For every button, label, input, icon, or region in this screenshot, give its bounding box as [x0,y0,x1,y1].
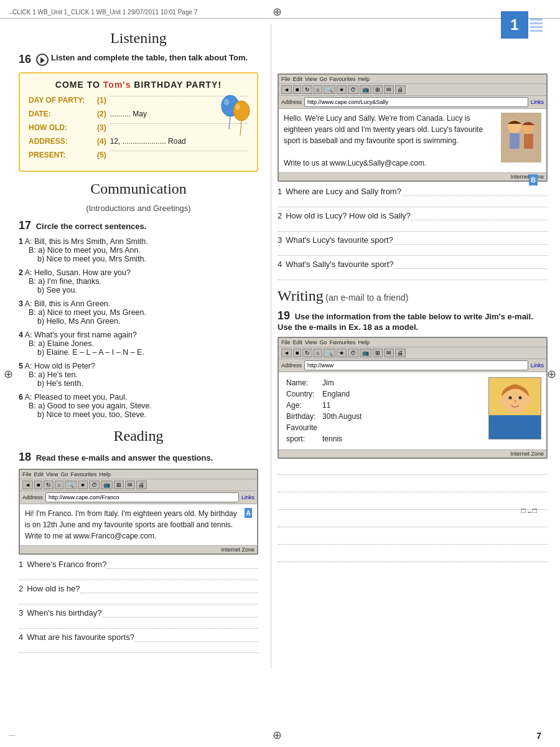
browser-franco: File Edit View Go Favourites Help ◄ ■ ↻ … [19,469,258,555]
dialogue-5-a: 5 A: How old is Peter? [19,362,258,370]
jim-sport-row: sport: tennis [284,433,364,444]
ls-stop-btn[interactable]: ■ [293,85,301,94]
svg-point-18 [527,397,531,403]
browser-fav-btn[interactable]: ★ [78,481,88,489]
jim-chan-btn[interactable]: 📺 [360,349,371,357]
jim-menu-fav: Favourites [329,339,355,345]
ls-chan-btn[interactable]: 📺 [360,85,371,94]
ls-refresh-btn[interactable]: ↻ [302,85,312,94]
browser-home-btn[interactable]: ⌂ [55,481,63,489]
jim-print-btn[interactable]: 🖨 [395,349,406,357]
birthday-value-2: .......... May [110,110,147,118]
dialogue-2-a: 2 A: Hello, Susan. How are you? [19,268,258,277]
jim-full-btn[interactable]: ⊞ [373,349,383,357]
jim-fav-btn[interactable]: ★ [337,349,347,357]
dialogue-3-b1: B: a) Nice to meet you, Ms Green. [19,308,258,317]
svg-rect-12 [489,415,541,439]
browser-hist-btn[interactable]: ⏱ [89,481,100,489]
franco-q1: 1 Where's Franco from? [19,560,258,569]
page-number: 7 [536,731,541,741]
right-column: File Edit View Go Favourites Help ◄ ■ ↻ … [271,24,560,668]
ls-hist-btn[interactable]: ⏱ [348,85,358,94]
write-line-5 [278,535,548,545]
jim-back-btn[interactable]: ◄ [281,349,292,357]
ls-q4-text: What's Sally's favourite sport? [286,260,393,269]
dialogue-1-b2: b) Nice to meet you, Mrs Smith. [19,255,258,263]
dialogue-4-b2: b) Elaine. E – L – A – I – N – E. [19,348,258,357]
writing-title: Writing [278,288,324,304]
ls-menu-help: Help [358,76,370,82]
exercise-17-instruction: Circle the correct sentences. [36,222,147,231]
jim-refresh-btn[interactable]: ↻ [302,349,312,357]
browser-ls-url[interactable] [304,97,528,107]
dialogue-2-b1: B: a) I'm fine, thanks. [19,277,258,286]
writing-header: Writing (an e-mail to a friend) [278,288,548,304]
ls-print-btn[interactable]: 🖨 [395,85,406,94]
jim-age-row: Age: 11 [284,400,364,411]
jim-mail-btn[interactable]: ✉ [384,349,394,357]
browser-jim-url[interactable] [304,360,528,370]
birthday-box: COME TO Tom's BIRTHDAY PARTY! [19,72,258,172]
dialogue-3-b2: b) Hello, Ms Ann Green. [19,317,258,326]
jim-photo [488,377,541,439]
browser-chan-btn[interactable]: 📺 [101,481,113,489]
jim-birthday-row: Birthday: 30th August [284,411,364,422]
ls-menu-fav: Favourites [329,76,355,82]
ls-q1-line [401,187,548,196]
franco-q3: 3 When's his birthday? [19,608,258,618]
corner-bl: — [9,731,16,738]
browser-lucy-sally: File Edit View Go Favourites Help ◄ ■ ↻ … [278,73,548,182]
jim-country-row: Country: England [284,388,364,400]
browser-full-btn[interactable]: ⊞ [114,481,124,489]
listen-icon [36,54,49,66]
svg-point-3 [233,101,250,121]
jim-stop-btn[interactable]: ■ [293,349,301,357]
browser-back-btn[interactable]: ◄ [22,481,33,489]
ls-search-btn[interactable]: 🔍 [324,85,335,94]
ls-back-btn[interactable]: ◄ [281,85,292,94]
jim-home-btn[interactable]: ⌂ [314,349,322,357]
left-column: Listening 16 Listen and complete the tab… [0,24,271,668]
browser-franco-url[interactable] [45,492,239,502]
birthday-title-pre: COME TO [55,80,103,90]
browser-refresh-btn[interactable]: ↻ [44,481,54,489]
ls-full-btn[interactable]: ⊞ [373,85,383,94]
browser-print-btn[interactable]: 🖨 [136,481,147,489]
browser-menu-edit: Edit [34,471,44,477]
write-line-6 [278,552,548,562]
ls-q4: 4 What's Sally's favourite sport? [278,260,548,269]
ls-mail-btn[interactable]: ✉ [384,85,394,94]
browser-franco-content: Hi! I'm Franco. I'm from Italy. I'm eigh… [20,504,257,545]
jim-sport-val: tennis [320,433,364,444]
browser-franco-buttons: ◄ ■ ↻ ⌂ 🔍 ★ ⏱ 📺 ⊞ ✉ 🖨 [20,479,257,491]
browser-search-btn[interactable]: 🔍 [65,481,77,489]
svg-point-17 [500,397,503,403]
browser-jim: File Edit View Go Favourites Help ◄ ■ ↻ … [278,337,548,459]
browser-mail-btn[interactable]: ✉ [125,481,135,489]
birthday-num-5: (5) [97,151,106,159]
browser-stop-btn[interactable]: ■ [34,481,42,489]
browser-ls-status: Internet Zone [279,172,546,181]
ls-q2-line [411,211,548,220]
header-text: CLICK 1 WB_Unit 1_CLICK 1 WB_Unit 1 29/0… [12,9,197,16]
franco-q3-line [102,608,259,618]
jim-search-btn[interactable]: 🔍 [324,349,335,357]
browser-menu-fav: Favourites [70,471,96,477]
birthday-value-4: 12, ..................... Road [110,137,186,146]
jim-birthday-label: Birthday: [284,411,320,422]
birthday-title: COME TO Tom's BIRTHDAY PARTY! [29,80,248,90]
writing-subtitle: (an e-mail to a friend) [325,293,408,303]
lucy-sally-photo [501,113,541,169]
jim-menu-view: View [305,339,317,345]
dialogue-2-b2: b) See you. [19,286,258,294]
jim-hist-btn[interactable]: ⏱ [348,349,358,357]
ls-fav-btn[interactable]: ★ [337,85,347,94]
write-line-1 [278,465,548,475]
write-line-2 [278,482,548,492]
communication-subtitle: (Introductions and Greetings) [19,204,258,213]
ls-address-label: Address [281,99,302,105]
left-crosshair: ⊕ [4,367,13,381]
dialogue-2: 2 A: Hello, Susan. How are you? B: a) I'… [19,268,258,294]
ls-home-btn[interactable]: ⌂ [314,85,322,94]
franco-q2-line [80,584,258,593]
